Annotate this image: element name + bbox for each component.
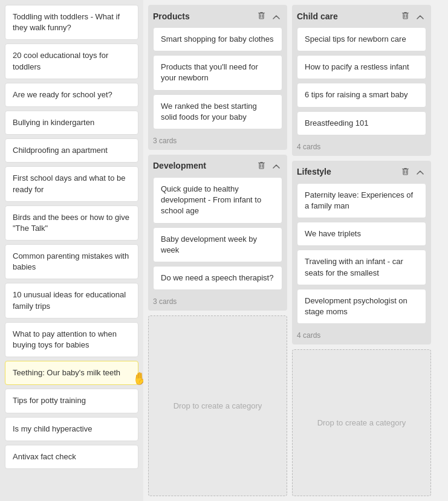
category-cards-childcare: Special tips for newborn careHow to paci… xyxy=(297,27,426,135)
collapse-category-childcare-button[interactable] xyxy=(414,10,426,22)
cat-card-cc2[interactable]: How to pacify a restless infant xyxy=(297,55,426,79)
left-card-lc10[interactable]: What to pay attention to when buying toy… xyxy=(5,322,138,357)
category-cards-products: Smart shopping for baby clothesProducts … xyxy=(153,27,282,129)
left-card-lc6[interactable]: First school days and what to be ready f… xyxy=(5,166,138,201)
drop-zone-label-col2: Drop to create a category xyxy=(317,418,406,427)
column-childcare-lifestyle: Child careSpecial tips for newborn careH… xyxy=(292,5,431,496)
drop-zone-label-col1: Drop to create a category xyxy=(174,401,262,410)
svg-rect-3 xyxy=(259,163,264,169)
drag-handle-icon[interactable]: ✋ xyxy=(132,370,143,387)
category-panel-lifestyle: LifestylePaternity leave: Experiences of… xyxy=(292,161,431,344)
category-title-products: Products xyxy=(153,11,253,21)
chevron-up-icon xyxy=(273,11,280,21)
left-card-lc14[interactable]: Antivax fact check xyxy=(5,445,138,469)
trash-icon xyxy=(401,11,409,21)
card-count-childcare: 4 cards xyxy=(297,140,426,151)
svg-rect-0 xyxy=(259,13,264,19)
cat-card-ls2[interactable]: We have triplets xyxy=(297,222,426,246)
left-column: Toddling with toddlers - What if they wa… xyxy=(0,0,143,501)
left-card-lc5[interactable]: Childproofing an apartment xyxy=(5,138,138,163)
cat-card-d2[interactable]: Baby development week by week xyxy=(153,227,282,262)
collapse-category-development-button[interactable] xyxy=(270,160,282,172)
right-area: ProductsSmart shopping for baby clothesP… xyxy=(143,0,448,501)
category-cards-lifestyle: Paternity leave: Experiences of a family… xyxy=(297,183,426,324)
collapse-category-products-button[interactable] xyxy=(270,10,282,22)
left-card-lc3[interactable]: Are we ready for school yet? xyxy=(5,83,138,107)
left-card-lc1[interactable]: Toddling with toddlers - What if they wa… xyxy=(5,5,138,40)
card-count-products: 3 cards xyxy=(153,134,282,145)
left-card-lc7[interactable]: Birds and the bees or how to give "The T… xyxy=(5,205,138,241)
category-header-development: Development xyxy=(153,160,282,172)
collapse-category-lifestyle-button[interactable] xyxy=(414,166,426,178)
category-title-development: Development xyxy=(153,161,253,170)
trash-icon xyxy=(258,161,265,171)
trash-icon xyxy=(258,11,265,21)
category-header-products: Products xyxy=(153,10,282,22)
left-card-lc12[interactable]: Tips for potty training xyxy=(5,389,138,413)
card-count-lifestyle: 4 cards xyxy=(297,329,426,340)
svg-rect-6 xyxy=(403,13,407,19)
cat-card-p3[interactable]: We ranked the best starting solid foods … xyxy=(153,94,282,129)
left-card-lc13[interactable]: Is my child hyperactive xyxy=(5,417,138,441)
cat-card-ls4[interactable]: Development psychologist on stage moms xyxy=(297,289,426,324)
category-panel-products: ProductsSmart shopping for baby clothesP… xyxy=(148,5,287,150)
chevron-up-icon xyxy=(417,167,424,176)
cat-card-p2[interactable]: Products that you'll need for your newbo… xyxy=(153,55,282,90)
cat-card-ls1[interactable]: Paternity leave: Experiences of a family… xyxy=(297,183,426,218)
cat-card-p1[interactable]: Smart shopping for baby clothes xyxy=(153,27,282,51)
left-card-lc11[interactable]: Teething: Our baby's milk teeth✋ xyxy=(5,361,138,385)
cat-card-d3[interactable]: Do we need a speech therapist? xyxy=(153,266,282,290)
category-header-lifestyle: Lifestyle xyxy=(297,166,426,178)
category-panel-childcare: Child careSpecial tips for newborn careH… xyxy=(292,5,431,156)
chevron-up-icon xyxy=(273,161,280,170)
cat-card-ls3[interactable]: Traveling with an infant - car seats for… xyxy=(297,250,426,285)
cat-card-cc1[interactable]: Special tips for newborn care xyxy=(297,27,426,51)
category-header-childcare: Child care xyxy=(297,10,426,22)
chevron-up-icon xyxy=(417,11,424,21)
left-card-lc9[interactable]: 10 unusual ideas for educational family … xyxy=(5,283,138,318)
category-panel-development: DevelopmentQuick guide to healthy develo… xyxy=(148,155,287,311)
cat-card-cc3[interactable]: 6 tips for raising a smart baby xyxy=(297,83,426,107)
svg-rect-9 xyxy=(403,169,407,175)
delete-category-childcare-button[interactable] xyxy=(399,10,412,22)
left-card-lc8[interactable]: Common parenting mistakes with babies xyxy=(5,244,138,279)
column-products-development: ProductsSmart shopping for baby clothesP… xyxy=(148,5,287,496)
delete-category-lifestyle-button[interactable] xyxy=(399,166,412,178)
drop-zone-col2[interactable]: Drop to create a category xyxy=(292,349,431,496)
left-card-lc2[interactable]: 20 cool educational toys for toddlers xyxy=(5,44,138,79)
left-card-lc4[interactable]: Bullying in kindergarten xyxy=(5,111,138,135)
category-cards-development: Quick guide to healthy development - Fro… xyxy=(153,177,282,290)
drop-zone-col1[interactable]: Drop to create a category xyxy=(148,315,287,496)
trash-icon xyxy=(401,167,409,177)
category-title-lifestyle: Lifestyle xyxy=(297,167,397,176)
cat-card-d1[interactable]: Quick guide to healthy development - Fro… xyxy=(153,177,282,224)
category-title-childcare: Child care xyxy=(297,11,397,21)
cat-card-cc4[interactable]: Breastfeeding 101 xyxy=(297,111,426,135)
delete-category-development-button[interactable] xyxy=(255,160,268,172)
card-count-development: 3 cards xyxy=(153,295,282,306)
delete-category-products-button[interactable] xyxy=(255,10,268,22)
